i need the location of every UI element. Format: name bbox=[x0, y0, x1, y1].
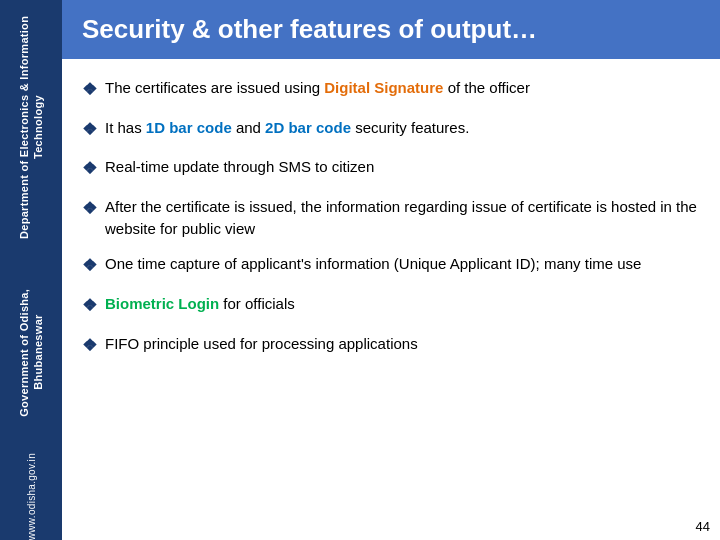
bullet-icon-1: ❖ bbox=[82, 78, 97, 103]
page-number: 44 bbox=[696, 519, 710, 534]
bullet-text-3: Real-time update through SMS to citizen bbox=[105, 156, 700, 178]
bullet-text-1: The certificates are issued using Digita… bbox=[105, 77, 700, 99]
bullet-item-1: ❖ The certificates are issued using Digi… bbox=[82, 77, 700, 103]
bullet-text-2: It has 1D bar code and 2D bar code secur… bbox=[105, 117, 700, 139]
content-area: ❖ The certificates are issued using Digi… bbox=[62, 59, 720, 382]
bullet-item-5: ❖ One time capture of applicant's inform… bbox=[82, 253, 700, 279]
sidebar: Department of Electronics & Information … bbox=[0, 0, 62, 540]
highlight-digital-signature: Digital Signature bbox=[324, 79, 443, 96]
bullet-icon-5: ❖ bbox=[82, 254, 97, 279]
bullet-icon-4: ❖ bbox=[82, 197, 97, 222]
bullet-item-3: ❖ Real-time update through SMS to citize… bbox=[82, 156, 700, 182]
bullet-item-2: ❖ It has 1D bar code and 2D bar code sec… bbox=[82, 117, 700, 143]
bullet-icon-2: ❖ bbox=[82, 118, 97, 143]
bullet-icon-7: ❖ bbox=[82, 334, 97, 359]
highlight-biometric: Biometric Login bbox=[105, 295, 219, 312]
sidebar-url: www.odisha.gov.in bbox=[26, 453, 37, 540]
bullet-text-5: One time capture of applicant's informat… bbox=[105, 253, 700, 275]
sidebar-org-bottom: Government of Odisha, Bhubaneswar bbox=[17, 262, 46, 443]
main-content: Security & other features of output… ❖ T… bbox=[62, 0, 720, 540]
bullet-item-4: ❖ After the certificate is issued, the i… bbox=[82, 196, 700, 240]
highlight-2d-barcode: 2D bar code bbox=[265, 119, 351, 136]
bullet-item-7: ❖ FIFO principle used for processing app… bbox=[82, 333, 700, 359]
bullet-icon-6: ❖ bbox=[82, 294, 97, 319]
slide-title: Security & other features of output… bbox=[62, 0, 720, 59]
highlight-1d-barcode: 1D bar code bbox=[146, 119, 232, 136]
bullet-icon-3: ❖ bbox=[82, 157, 97, 182]
bullet-text-7: FIFO principle used for processing appli… bbox=[105, 333, 700, 355]
bullet-text-4: After the certificate is issued, the inf… bbox=[105, 196, 700, 240]
sidebar-org-top: Department of Electronics & Information … bbox=[17, 0, 46, 254]
bullet-text-6: Biometric Login for officials bbox=[105, 293, 700, 315]
bullet-item-6: ❖ Biometric Login for officials bbox=[82, 293, 700, 319]
